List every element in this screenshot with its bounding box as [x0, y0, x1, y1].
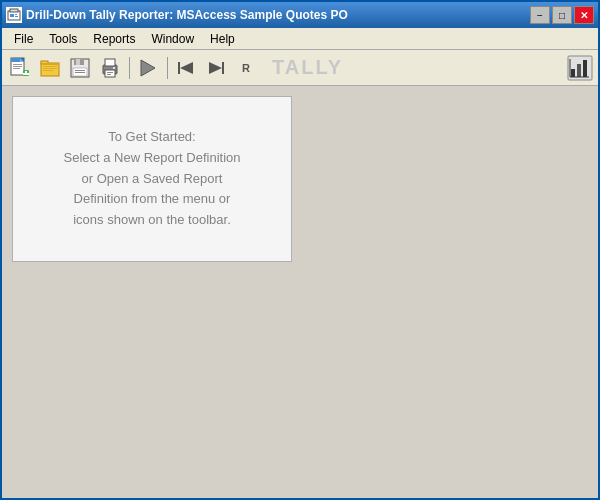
svg-rect-9: [13, 64, 22, 65]
menu-reports[interactable]: Reports: [85, 28, 143, 49]
info-line5: icons shown on the toolbar.: [33, 210, 271, 231]
svg-marker-36: [209, 62, 222, 74]
svg-rect-25: [75, 70, 85, 71]
svg-rect-14: [23, 73, 29, 75]
svg-rect-20: [43, 70, 53, 71]
menu-bar: File Tools Reports Window Help: [2, 28, 598, 50]
svg-rect-17: [41, 63, 59, 65]
menu-tools[interactable]: Tools: [41, 28, 85, 49]
menu-file[interactable]: File: [6, 28, 41, 49]
menu-window[interactable]: Window: [143, 28, 202, 49]
svg-rect-41: [583, 60, 587, 77]
svg-rect-28: [105, 59, 115, 66]
svg-rect-19: [43, 68, 57, 69]
svg-rect-6: [11, 58, 20, 62]
separator-1: [126, 54, 132, 82]
svg-rect-4: [15, 14, 17, 15]
info-panel: To Get Started: Select a New Report Defi…: [12, 96, 292, 262]
svg-marker-35: [180, 62, 193, 74]
svg-point-32: [113, 67, 115, 69]
svg-rect-34: [178, 62, 180, 74]
svg-rect-18: [43, 66, 57, 67]
app-icon: [6, 7, 22, 23]
svg-rect-2: [10, 14, 14, 17]
svg-rect-37: [222, 62, 224, 74]
new-report-button[interactable]: [6, 54, 34, 82]
svg-rect-23: [76, 59, 80, 65]
separator-2: [164, 54, 170, 82]
run-button[interactable]: [134, 54, 162, 82]
watermark-text: TALLY: [272, 56, 343, 79]
svg-rect-10: [13, 66, 22, 67]
print-button[interactable]: [96, 54, 124, 82]
main-content-area: To Get Started: Select a New Report Defi…: [2, 86, 598, 498]
svg-rect-31: [107, 74, 111, 75]
menu-help[interactable]: Help: [202, 28, 243, 49]
window-controls: − □ ✕: [530, 6, 594, 24]
info-line4: Definition from the menu or: [33, 189, 271, 210]
toolbar: R TALLY: [2, 50, 598, 86]
info-line1: To Get Started:: [33, 127, 271, 148]
info-line3: or Open a Saved Report: [33, 169, 271, 190]
save-button[interactable]: [66, 54, 94, 82]
svg-rect-1: [10, 9, 18, 12]
svg-rect-3: [15, 16, 18, 17]
nav-end-button[interactable]: R: [232, 54, 260, 82]
info-line2: Select a New Report Definition: [33, 148, 271, 169]
svg-rect-11: [13, 68, 20, 69]
main-window: Drill-Down Tally Reporter: MSAccess Samp…: [0, 0, 600, 500]
svg-marker-33: [141, 60, 155, 76]
restore-button[interactable]: □: [552, 6, 572, 24]
svg-rect-26: [75, 72, 85, 73]
svg-rect-30: [107, 72, 113, 73]
title-bar-left: Drill-Down Tally Reporter: MSAccess Samp…: [6, 7, 348, 23]
svg-rect-39: [571, 69, 575, 77]
svg-rect-40: [577, 64, 581, 77]
open-button[interactable]: [36, 54, 64, 82]
close-button[interactable]: ✕: [574, 6, 594, 24]
nav-prev-button[interactable]: [172, 54, 200, 82]
svg-rect-29: [105, 70, 115, 77]
nav-next-button[interactable]: [202, 54, 230, 82]
nav-end-label: R: [242, 62, 250, 74]
chart-button[interactable]: [566, 54, 594, 82]
minimize-button[interactable]: −: [530, 6, 550, 24]
window-title: Drill-Down Tally Reporter: MSAccess Samp…: [26, 8, 348, 22]
title-bar: Drill-Down Tally Reporter: MSAccess Samp…: [2, 2, 598, 28]
